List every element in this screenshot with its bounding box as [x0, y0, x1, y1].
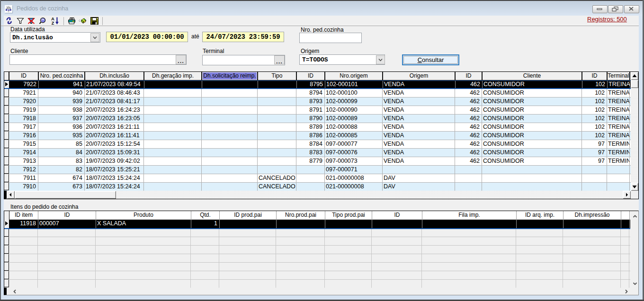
svg-text:Z: Z: [52, 21, 54, 25]
svg-text:n: n: [42, 18, 45, 23]
